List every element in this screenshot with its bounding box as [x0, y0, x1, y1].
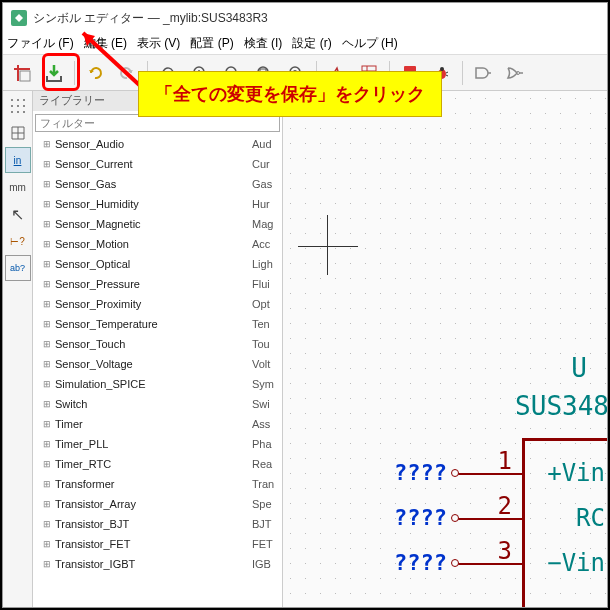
tree-item-desc: Ass: [252, 418, 282, 430]
svg-point-22: [23, 111, 25, 113]
expand-icon[interactable]: ⊞: [43, 259, 55, 269]
tree-item[interactable]: ⊞Transistor_IGBTIGB: [33, 554, 282, 574]
expand-icon[interactable]: ⊞: [43, 219, 55, 229]
tree-item-name: Transistor_BJT: [55, 518, 252, 530]
symbol-ref[interactable]: U: [571, 353, 587, 383]
grid2-button[interactable]: [5, 120, 31, 146]
tree-item[interactable]: ⊞Transistor_FETFET: [33, 534, 282, 554]
menu-view[interactable]: 表示 (V): [137, 35, 180, 52]
separator: [74, 61, 75, 85]
pin-name[interactable]: RC: [576, 504, 605, 532]
tree-item[interactable]: ⊞Sensor_MagneticMag: [33, 214, 282, 234]
tree-item[interactable]: ⊞Sensor_HumidityHur: [33, 194, 282, 214]
menu-inspect[interactable]: 検査 (I): [244, 35, 283, 52]
tree-item[interactable]: ⊞Sensor_PressureFlui: [33, 274, 282, 294]
svg-point-20: [11, 111, 13, 113]
expand-icon[interactable]: ⊞: [43, 139, 55, 149]
symbol-value[interactable]: SUS348: [515, 391, 607, 421]
pin-endpoint[interactable]: [451, 559, 459, 567]
svg-point-21: [17, 111, 19, 113]
tree-item-desc: Mag: [252, 218, 282, 230]
tree-item[interactable]: ⊞TimerAss: [33, 414, 282, 434]
expand-icon[interactable]: ⊞: [43, 459, 55, 469]
expand-icon[interactable]: ⊞: [43, 199, 55, 209]
grid1-button[interactable]: [5, 93, 31, 119]
library-tree-panel: ライブラリー ⊞Sensor_AudioAud⊞Sensor_CurrentCu…: [33, 91, 283, 607]
tree-item[interactable]: ⊞Timer_RTCRea: [33, 454, 282, 474]
expand-icon[interactable]: ⊞: [43, 359, 55, 369]
tree-item[interactable]: ⊞Sensor_VoltageVolt: [33, 354, 282, 374]
expand-icon[interactable]: ⊞: [43, 319, 55, 329]
expand-icon[interactable]: ⊞: [43, 399, 55, 409]
pin-q-button[interactable]: ⊢?: [5, 228, 31, 254]
svg-point-15: [17, 99, 19, 101]
tree-item[interactable]: ⊞Timer_PLLPha: [33, 434, 282, 454]
unit-mm-button[interactable]: mm: [5, 174, 31, 200]
pin-number[interactable]: 3: [498, 537, 512, 565]
tree-item[interactable]: ⊞Sensor_CurrentCur: [33, 154, 282, 174]
tree-item[interactable]: ⊞TransformerTran: [33, 474, 282, 494]
expand-icon[interactable]: ⊞: [43, 539, 55, 549]
tree-item-name: Timer_PLL: [55, 438, 252, 450]
expand-icon[interactable]: ⊞: [43, 379, 55, 389]
pin-endpoint[interactable]: [451, 469, 459, 477]
unit-in-button[interactable]: in: [5, 147, 31, 173]
tree-item-desc: Tou: [252, 338, 282, 350]
tree-item[interactable]: ⊞Sensor_GasGas: [33, 174, 282, 194]
crosshair-h: [298, 246, 358, 247]
menu-edit[interactable]: 編集 (E): [84, 35, 127, 52]
tree-item[interactable]: ⊞SwitchSwi: [33, 394, 282, 414]
tree-item[interactable]: ⊞Sensor_TemperatureTen: [33, 314, 282, 334]
pin-line: [457, 563, 522, 565]
tree-item[interactable]: ⊞Transistor_ArraySpe: [33, 494, 282, 514]
tree-item[interactable]: ⊞Sensor_MotionAcc: [33, 234, 282, 254]
expand-icon[interactable]: ⊞: [43, 479, 55, 489]
tree-item[interactable]: ⊞Sensor_AudioAud: [33, 134, 282, 154]
expand-icon[interactable]: ⊞: [43, 439, 55, 449]
titlebar: シンボル エディター — _mylib:SUS3483R3: [3, 3, 607, 33]
menu-settings[interactable]: 設定 (r): [292, 35, 331, 52]
pin-name[interactable]: −Vin: [547, 549, 605, 577]
expand-icon[interactable]: ⊞: [43, 339, 55, 349]
menu-place[interactable]: 配置 (P): [190, 35, 233, 52]
gate-button[interactable]: [468, 58, 498, 88]
tree-item-desc: Sym: [252, 378, 282, 390]
tree-item-name: Timer: [55, 418, 252, 430]
menu-file[interactable]: ファイル (F): [7, 35, 74, 52]
expand-icon[interactable]: ⊞: [43, 159, 55, 169]
pin-endpoint[interactable]: [451, 514, 459, 522]
expand-icon[interactable]: ⊞: [43, 179, 55, 189]
expand-icon[interactable]: ⊞: [43, 279, 55, 289]
pin-number[interactable]: 1: [498, 447, 512, 475]
content-area: in mm ↖ ⊢? ab? ライブラリー ⊞Sensor_AudioAud⊞S…: [3, 91, 607, 607]
ab-button[interactable]: ab?: [5, 255, 31, 281]
new-button[interactable]: [7, 58, 37, 88]
expand-icon[interactable]: ⊞: [43, 559, 55, 569]
tooltip-callout: 「全ての変更を保存」をクリック: [138, 71, 442, 117]
svg-point-18: [17, 105, 19, 107]
tree-item[interactable]: ⊞Sensor_TouchTou: [33, 334, 282, 354]
tree-item[interactable]: ⊞Transistor_BJTBJT: [33, 514, 282, 534]
expand-icon[interactable]: ⊞: [43, 499, 55, 509]
tree-item-desc: IGB: [252, 558, 282, 570]
expand-icon[interactable]: ⊞: [43, 419, 55, 429]
cursor-button[interactable]: ↖: [5, 201, 31, 227]
tree-item[interactable]: ⊞Sensor_OpticalLigh: [33, 254, 282, 274]
tree-item-desc: Ligh: [252, 258, 282, 270]
tree-item-name: Sensor_Optical: [55, 258, 252, 270]
expand-icon[interactable]: ⊞: [43, 239, 55, 249]
save-button[interactable]: [39, 58, 69, 88]
menu-help[interactable]: ヘルプ (H): [342, 35, 398, 52]
gate2-button[interactable]: [500, 58, 530, 88]
expand-icon[interactable]: ⊞: [43, 299, 55, 309]
tree-item[interactable]: ⊞Simulation_SPICESym: [33, 374, 282, 394]
canvas[interactable]: U SUS348 1+Vin????2RC????3−Vin????: [283, 91, 607, 607]
tree-item-desc: Aud: [252, 138, 282, 150]
tree-item-desc: FET: [252, 538, 282, 550]
tree-item[interactable]: ⊞Sensor_ProximityOpt: [33, 294, 282, 314]
expand-icon[interactable]: ⊞: [43, 519, 55, 529]
pin-number[interactable]: 2: [498, 492, 512, 520]
undo-button[interactable]: [80, 58, 110, 88]
tree-list[interactable]: ⊞Sensor_AudioAud⊞Sensor_CurrentCur⊞Senso…: [33, 134, 282, 607]
pin-name[interactable]: +Vin: [547, 459, 605, 487]
